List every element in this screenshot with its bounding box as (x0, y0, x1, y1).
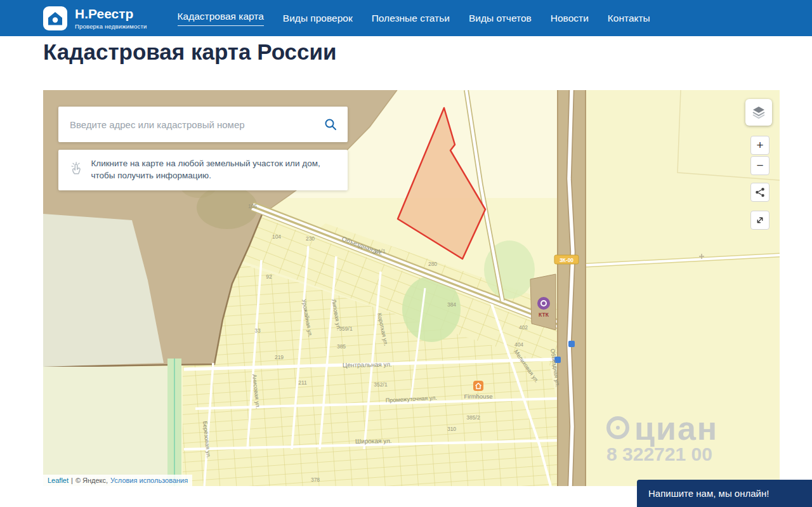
yandex-copyright: © Яндекс, (75, 477, 108, 484)
brand-tagline: Проверка недвижимости (75, 23, 147, 30)
layers-icon (751, 105, 766, 120)
street-label: Центральная ул. (343, 361, 392, 369)
chat-bar[interactable]: Напишите нам, мы онлайн! (637, 480, 812, 507)
attribution: Leaflet | © Яндекс, Условия использовани… (43, 475, 192, 486)
firmhouse-poi-icon[interactable] (473, 381, 483, 391)
parcel-number: 385 (337, 343, 346, 350)
parcel-number: 33 (254, 327, 261, 334)
parcel-number: 280 (428, 261, 437, 267)
parcel-number: 291/1 (372, 248, 386, 254)
parcel-number: 310 (447, 426, 456, 432)
leaflet-link[interactable]: Leaflet (48, 477, 69, 484)
zoom-in-icon: + (756, 138, 763, 152)
brand-name: Н.Реестр (75, 7, 147, 20)
hint-text: Кликните на карте на любой земельный уча… (91, 158, 337, 182)
parcel-number: 105 (248, 203, 257, 209)
parcel-number: 92 (266, 273, 272, 280)
ktk-poi-label: КТК (539, 312, 549, 318)
road-badge: 3К-00 (554, 255, 579, 264)
firmhouse-poi-label: Firmhouse (464, 393, 493, 400)
parcel-number: 404 (514, 341, 523, 348)
logo[interactable] (43, 6, 67, 30)
parcel-number: 211 (298, 379, 307, 386)
search-icon (324, 117, 337, 131)
nav-item-0[interactable]: Кадастровая карта (178, 11, 264, 26)
search-button[interactable] (313, 107, 348, 142)
street-label: Широкая ул. (355, 437, 392, 445)
layers-button[interactable] (745, 99, 772, 126)
brand: Н.Реестр Проверка недвижимости (75, 7, 147, 30)
parcel-number: 378 (311, 477, 320, 483)
share-icon (754, 187, 766, 198)
svg-text:8 322721 00: 8 322721 00 (606, 444, 712, 464)
nav-item-4[interactable]: Новости (551, 13, 589, 24)
ktk-poi-icon[interactable] (537, 297, 550, 310)
terms-link[interactable]: Условия использования (110, 477, 188, 484)
fullscreen-icon (754, 214, 766, 226)
svg-text:циан: циан (634, 410, 718, 447)
parcel-number: 384 (447, 301, 456, 308)
hint-box: Кликните на карте на любой земельный уча… (58, 150, 348, 190)
fullscreen-button[interactable] (750, 211, 769, 230)
nav-item-2[interactable]: Полезные статьи (372, 13, 450, 24)
parcel-number: 104 (272, 234, 281, 240)
zoom-out-button[interactable]: − (750, 156, 769, 175)
svg-text:3К-00: 3К-00 (560, 257, 573, 263)
page-title: Кадастровая карта России (43, 39, 337, 65)
transit-marker-icon[interactable] (568, 341, 575, 347)
parcel-number: 385/2 (466, 414, 480, 421)
parcel-number: 402 (519, 324, 528, 331)
search-box (58, 107, 348, 142)
zoom-out-icon: − (756, 159, 763, 173)
house-logo-icon (47, 10, 63, 27)
click-hand-icon (69, 159, 82, 181)
search-input[interactable] (58, 119, 313, 130)
parcel-number: 359/1 (339, 326, 353, 332)
road-corridor (557, 90, 586, 486)
parcel-number: 352/1 (374, 381, 388, 388)
share-button[interactable] (750, 183, 769, 202)
nav-item-1[interactable]: Виды проверок (283, 13, 353, 24)
zoom-in-button[interactable]: + (750, 136, 769, 155)
parcel-number: 219 (275, 354, 284, 360)
parcel-number: 230 (306, 235, 315, 242)
main-nav: Кадастровая картаВиды проверокПолезные с… (178, 11, 650, 26)
map: 3К-00 КТК Firmhouse циан 8 322721 00 Объ… (43, 90, 780, 486)
header: Н.Реестр Проверка недвижимости Кадастров… (0, 0, 812, 36)
attribution-separator: | (71, 477, 73, 484)
nav-item-5[interactable]: Контакты (608, 13, 650, 24)
nav-item-3[interactable]: Виды отчетов (469, 13, 532, 24)
cian-watermark: циан 8 322721 00 (606, 410, 718, 464)
